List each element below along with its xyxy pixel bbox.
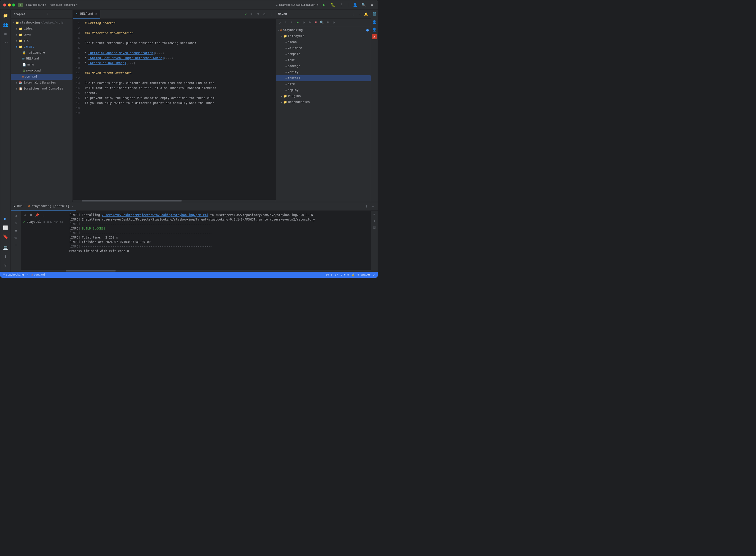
- tree-item-idea[interactable]: ▶ 📁 .idea: [11, 26, 72, 32]
- maven-item-dependencies[interactable]: ▶ 📁 Dependencies: [276, 99, 371, 105]
- rct-scroll-icon[interactable]: ⬇: [372, 218, 377, 224]
- search-icon[interactable]: 🔍: [361, 2, 366, 8]
- account-icon[interactable]: 👤: [352, 2, 358, 8]
- bottom-options-icon[interactable]: ⋮: [364, 204, 369, 209]
- app-run-config: ☁ StaybookingApplication ▾: [276, 3, 318, 6]
- tab-helpmd[interactable]: M· HELP.md ✕: [73, 10, 100, 19]
- close-button[interactable]: [3, 3, 6, 6]
- git-icon[interactable]: ⑂: [1, 262, 9, 270]
- run-list-item-staybool[interactable]: ✓ staybool 3 sec, 454 ms: [21, 219, 66, 225]
- maven-item-deploy[interactable]: ⚙ deploy: [276, 87, 371, 93]
- status-line-ending[interactable]: LF: [334, 273, 339, 277]
- run-list-more-icon[interactable]: ⋮: [40, 212, 46, 218]
- maven-item-install[interactable]: ⚙ install: [276, 75, 371, 81]
- status-file[interactable]: m pom.xml: [31, 273, 46, 276]
- maven-item-staybooking[interactable]: ▾ m staybooking: [276, 27, 371, 33]
- eye-icon[interactable]: 👁: [13, 235, 19, 241]
- todo-icon[interactable]: ℹ: [1, 253, 9, 261]
- maven-refresh-icon[interactable]: ↺: [277, 20, 282, 25]
- maven-item-plugins[interactable]: ▶ 📁 Plugins: [276, 93, 371, 99]
- run-icon[interactable]: ▶: [1, 215, 9, 223]
- tree-item-scratches[interactable]: ▶ 📋 Scratches and Consoles: [11, 86, 72, 92]
- maven-lifecycle-icon[interactable]: ⚙: [301, 20, 307, 25]
- tree-item-gitignore[interactable]: 🔒 .gitignore: [11, 50, 72, 56]
- maven-download-icon[interactable]: ⬇: [289, 20, 295, 25]
- maximize-button[interactable]: [12, 3, 15, 6]
- tab-preview[interactable]: ◻: [262, 11, 267, 17]
- maven-item-compile[interactable]: ⚙ compile: [276, 51, 371, 57]
- debug-button[interactable]: 🐛: [330, 2, 336, 8]
- more-button[interactable]: ⋮: [339, 2, 344, 8]
- vcs-icon[interactable]: 👥: [1, 21, 9, 29]
- settings-icon[interactable]: ⚙: [369, 2, 375, 8]
- maven-stop-icon[interactable]: ■: [313, 20, 318, 25]
- status-branch[interactable]: ⑂ staybooking: [2, 273, 25, 276]
- tree-item-mvn[interactable]: ▶ 📁 .mvn: [11, 32, 72, 38]
- tree-item-mvnw[interactable]: 📄 mvnw: [11, 62, 72, 68]
- tab-install[interactable]: m staybooking [install] ✕: [26, 202, 76, 210]
- sidebar-menu-icon[interactable]: ⋮: [46, 12, 49, 16]
- more-tools-icon[interactable]: ···: [1, 39, 9, 47]
- rct-wrap-icon[interactable]: ≡: [372, 212, 377, 217]
- console-icon[interactable]: ⬜: [1, 224, 9, 232]
- tab-close-icon[interactable]: ✕: [95, 12, 97, 15]
- tree-item-target[interactable]: ▶ 📁 target: [11, 44, 72, 50]
- status-position[interactable]: 19:1: [325, 273, 333, 277]
- code-editor[interactable]: # Getting Started ### Reference Document…: [82, 19, 276, 200]
- run-list-pin-icon[interactable]: 📌: [34, 212, 40, 218]
- status-lock-icon[interactable]: 🔒: [350, 273, 356, 277]
- bookmark-icon[interactable]: 🔖: [1, 233, 9, 241]
- run-config-icon[interactable]: ⋮: [13, 243, 19, 249]
- maven-skip-icon[interactable]: ⊘: [307, 20, 312, 25]
- terminal-icon[interactable]: 💻: [1, 244, 9, 252]
- tab-toggle-soft-wrap[interactable]: ≡: [249, 11, 254, 17]
- stop-icon[interactable]: ■: [13, 228, 19, 234]
- tree-item-pomxml[interactable]: m pom.xml: [11, 74, 72, 80]
- folder-icon[interactable]: 📁: [1, 12, 9, 20]
- rerun-icon[interactable]: ↺: [13, 213, 19, 219]
- run-list-stop-icon[interactable]: ■: [28, 212, 34, 218]
- maven-search-icon[interactable]: 🔍: [319, 20, 324, 25]
- rct-clear-icon[interactable]: 🗑: [372, 225, 377, 230]
- right-ci-icon[interactable]: 👤: [372, 27, 377, 32]
- maven-item-lifecycle[interactable]: ▾ 📁 Lifecycle: [276, 33, 371, 39]
- tree-item-external-libs[interactable]: ▶ 📚 External Libraries: [11, 80, 72, 86]
- maven-item-package[interactable]: ⚙ package: [276, 63, 371, 69]
- maven-item-clean[interactable]: ⚙ clean: [276, 39, 371, 45]
- maven-m-icon[interactable]: m: [372, 34, 377, 39]
- status-share-icon[interactable]: ↗: [372, 273, 376, 277]
- run-list-toolbar-icon[interactable]: ↺: [22, 212, 28, 218]
- status-encoding[interactable]: UTF-8: [340, 273, 350, 277]
- version-control-dropdown[interactable]: Version control ▾: [49, 3, 79, 7]
- console-output[interactable]: [INFO] Installing /Users/eve/Desktop/Pro…: [66, 211, 371, 270]
- maven-settings-icon[interactable]: ⚙: [331, 20, 337, 25]
- maven-item-site[interactable]: ⚙ site: [276, 81, 371, 87]
- status-indent[interactable]: 4 spaces: [356, 273, 372, 277]
- run-coverage-icon[interactable]: ⊙: [13, 220, 19, 226]
- maven-add-project-icon[interactable]: +: [283, 20, 288, 25]
- tab-run[interactable]: ▶ Run: [11, 202, 26, 210]
- tree-item-src[interactable]: ▶ 📁 src: [11, 38, 72, 44]
- maven-item-test[interactable]: ⚙ test: [276, 57, 371, 63]
- maven-item-validate[interactable]: ⚙ validate: [276, 45, 371, 51]
- maven-panel-options-icon[interactable]: ⋮: [350, 11, 356, 17]
- maven-item-verify[interactable]: ⚙ verify: [276, 69, 371, 75]
- tree-item-helpmd[interactable]: M· HELP.md: [11, 56, 72, 62]
- run-button[interactable]: ▶: [321, 2, 327, 8]
- tree-item-staybooking[interactable]: ▾ 📁 staybooking ~/Desktop/Proje: [11, 20, 72, 26]
- sidebar-header: Project ⋮: [11, 10, 72, 19]
- structure-icon[interactable]: ⊞: [1, 30, 9, 38]
- right-db-icon[interactable]: 🗄: [372, 12, 377, 17]
- bottom-minimize-icon[interactable]: –: [370, 204, 376, 209]
- maven-panel-minimize-icon[interactable]: –: [357, 11, 362, 17]
- tree-item-mvnwcmd[interactable]: 🖥 mvnw.cmd: [11, 68, 72, 74]
- minimize-button[interactable]: [8, 3, 11, 6]
- right-users-icon[interactable]: 👤: [372, 19, 377, 25]
- tab-more[interactable]: ⋮: [268, 11, 274, 17]
- maven-tree-icon[interactable]: ⊞: [325, 20, 331, 25]
- maven-run-icon[interactable]: ▶: [295, 20, 301, 25]
- maven-panel-bell-icon[interactable]: 🔔: [363, 11, 369, 17]
- tab-toggle-split[interactable]: ⊟: [255, 11, 261, 17]
- tab-install-close-icon[interactable]: ✕: [72, 205, 73, 208]
- project-dropdown[interactable]: staybooking ▾: [25, 3, 47, 7]
